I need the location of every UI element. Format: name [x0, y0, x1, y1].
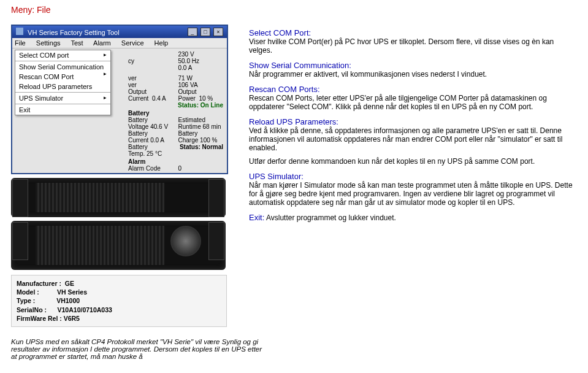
menu-item-exit[interactable]: Exit [15, 105, 110, 115]
val-bch: 100 % [200, 137, 217, 144]
lab-bc: Battery Current [128, 130, 148, 144]
val-bc: 0.0 A [150, 137, 164, 144]
menu-file[interactable]: File [15, 39, 26, 47]
body-rescan: Rescan COM Ports, leter etter UPS'er på … [249, 94, 577, 111]
head-reload: Reload UPS Parameters: [249, 117, 577, 126]
lab-manu: Manufacturer : [17, 280, 61, 287]
head-show-serial: Show Serial Communication: [249, 61, 577, 70]
val-bt: 25 °C [147, 150, 162, 157]
body-exit: Exit: Avslutter programmet og lukker vin… [249, 213, 577, 222]
lab-fw: FirmWare Rel : [17, 315, 62, 322]
app-window: VH Series Factory Setting Tool _ □ × Fil… [11, 25, 228, 174]
head-rescan: Rescan COM Ports: [249, 85, 577, 94]
lab-model: Model : [17, 288, 39, 296]
head-select-com: Select COM Port: [249, 28, 577, 37]
body-sim: Når man kjører I Simulator mode så kan m… [249, 181, 577, 207]
head-sim: UPS Simulator: [249, 172, 577, 181]
menu-item-rescan[interactable]: Rescan COM Port [15, 72, 110, 82]
menu-item-reload[interactable]: Reload UPS parameters [15, 82, 110, 91]
head-exit: Exit: [249, 213, 264, 222]
titlebar: VH Series Factory Setting Tool _ □ × [12, 26, 227, 38]
val-model: VH Series [57, 288, 87, 296]
val-hz: 50.0 Hz [178, 58, 224, 64]
menu-settings[interactable]: Settings [36, 39, 61, 47]
lab-bch: Battery Charge [178, 130, 199, 144]
val-a: 0.0 A [178, 64, 224, 71]
lab-serial: SerialNo : [17, 306, 47, 313]
body-show-serial: Når programmer er aktivert, vil kommunik… [249, 70, 577, 79]
lab-type: Type : [17, 297, 35, 304]
val-type: VH1000 [56, 297, 80, 304]
val-pct: 10 % [199, 95, 213, 102]
val-w: 71 W [178, 75, 224, 82]
app-title: VH Series Factory Setting Tool [28, 29, 120, 36]
menu-service[interactable]: Service [121, 39, 144, 47]
body-reload-2: Utfør derfor denne kommandoen kun når de… [249, 157, 577, 166]
body-select-com: Viser hvilke COM Port(er) på PC hvor UPS… [249, 37, 577, 55]
group-alarm: Alarm [128, 158, 223, 165]
group-battery: Battery [128, 110, 223, 117]
menubar: File Settings Test Alarm Service Help [12, 38, 227, 48]
footer-note: Kun UPSs med en såkalt CP4 Protokoll mer… [11, 338, 269, 360]
val-fw: V6R5 [64, 315, 80, 322]
menu-item-show-serial[interactable]: Show Serial Communication [15, 62, 110, 72]
lab-outcur: Output Current [128, 88, 148, 102]
menu-item-select-com[interactable]: Select COM port [15, 50, 110, 60]
status-on-line: Status: On Line [128, 102, 223, 109]
info-panel: Manufacturer : GE Model : VH Series Type… [11, 275, 227, 327]
val-ert: 68 min [203, 123, 221, 130]
max-button[interactable]: □ [200, 28, 210, 36]
page-title: Meny: File [11, 5, 577, 15]
lab-ert: Estimated Runtime [178, 117, 205, 130]
body-reload-1: Ved å klikke på denne, så oppdateres inf… [249, 126, 577, 152]
min-button[interactable]: _ [188, 28, 197, 36]
status-pane: 230 V cy 50.0 Hz 0.0 A ver [111, 48, 227, 173]
val-outcur: 0.4 A [152, 95, 166, 102]
close-button[interactable]: × [213, 28, 223, 36]
menu-help[interactable]: Help [155, 39, 169, 47]
lab-bv: Battery Voltage [128, 117, 148, 130]
device-illustration [11, 178, 226, 270]
val-v: 230 V [178, 51, 224, 58]
val-va: 106 VA [178, 82, 224, 88]
menu-alarm[interactable]: Alarm [93, 39, 111, 47]
status-normal: Status: Normal [178, 144, 224, 157]
lab-bt: Battery Temp. [128, 144, 148, 157]
menu-item-simulator[interactable]: UPS Simulator [15, 93, 110, 103]
menu-test[interactable]: Test [71, 39, 83, 47]
file-dropdown: Select COM port Show Serial Communicatio… [15, 50, 111, 115]
lab-alarmcode: Alarm Code [128, 165, 161, 172]
val-serial: V10A10/0710A033 [58, 306, 112, 313]
lab-outpow: Output Power [178, 88, 197, 102]
val-bv: 40.6 V [150, 123, 168, 130]
val-alarmcode: 0 [178, 165, 182, 172]
val-manu: GE [65, 280, 74, 287]
app-icon [16, 28, 23, 35]
